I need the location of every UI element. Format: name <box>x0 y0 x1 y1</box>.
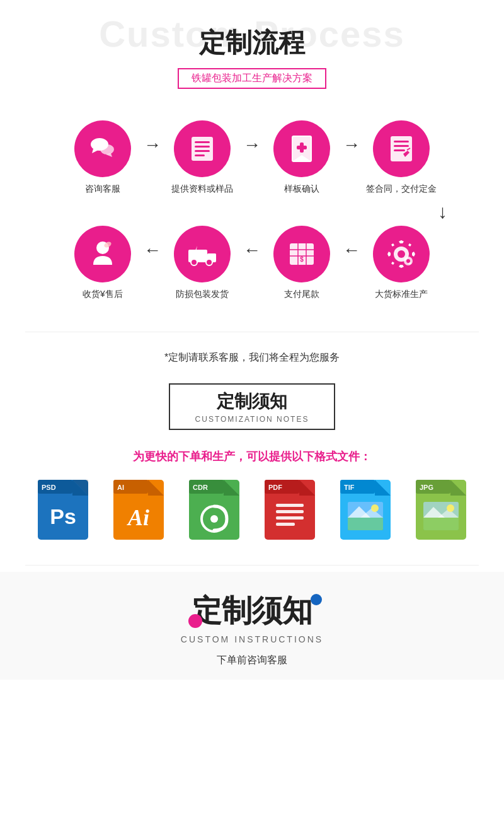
file-shape-pdf: PDF <box>265 480 315 540</box>
list-icon <box>186 133 218 165</box>
arrow-4: ← <box>144 240 161 260</box>
svg-rect-16 <box>394 145 409 147</box>
process-label-production: 大货标准生产 <box>375 289 428 300</box>
chat-icon <box>87 133 118 165</box>
svg-rect-80 <box>423 518 459 530</box>
svg-rect-8 <box>195 154 205 156</box>
bottom-subtitle: CUSTOM INSTRUCTIONS <box>13 634 491 644</box>
process-circle-delivery <box>74 226 131 282</box>
header-subtitle-box: 铁罐包装加工生产解决方案 <box>178 68 326 89</box>
svg-rect-59 <box>276 510 304 513</box>
svg-rect-60 <box>276 516 304 520</box>
arrow-down: ↓ <box>438 201 447 223</box>
process-step-production: 大货标准生产 <box>364 226 439 300</box>
arrow-6: ← <box>343 240 360 260</box>
svg-point-81 <box>447 504 454 512</box>
svg-text:PSD: PSD <box>42 484 56 491</box>
svg-text:PDF: PDF <box>268 484 282 491</box>
process-circle-provide <box>174 120 231 177</box>
bottom-desc: 下单前咨询客服 <box>13 654 491 667</box>
process-step-sample: 样板确认 <box>264 120 340 195</box>
divider-1 <box>25 332 479 332</box>
custom-notes-subtitle: CUSTOMIZATION NOTES <box>195 415 309 424</box>
contract-icon <box>386 133 417 165</box>
file-formats-section: 为更快的下单和生产，可以提供以下格式文件： PSD Ps <box>0 443 504 559</box>
file-icon-jpg: JPG <box>410 480 472 540</box>
arrow-5: ← <box>243 240 261 260</box>
process-label-balance: 支付尾款 <box>284 289 319 300</box>
arrow-1: → <box>144 135 161 155</box>
svg-point-25 <box>191 259 197 265</box>
file-shape-tif: TIF <box>340 480 391 540</box>
bottom-title-wrapper: 定制须知 <box>192 591 312 631</box>
svg-rect-6 <box>195 146 210 148</box>
header-main-title: 定制流程 <box>13 25 491 61</box>
file-icon-tif: TIF <box>334 480 397 540</box>
process-circle-production <box>373 226 430 282</box>
process-row-2: 收货¥售后 ← <box>13 226 491 300</box>
note-text: *定制请联系客服，我们将全程为您服务 <box>164 352 340 363</box>
truck-icon <box>186 238 218 270</box>
gear-icon <box>386 238 417 270</box>
process-step-consult: 咨询客服 <box>65 120 140 195</box>
svg-rect-70 <box>348 518 383 530</box>
svg-text:JPG: JPG <box>420 484 433 491</box>
process-label-provide: 提供资料或样品 <box>171 183 233 195</box>
svg-point-2 <box>100 144 114 154</box>
divider-2 <box>25 565 479 566</box>
page-container: Custom Process 定制流程 铁罐包装加工生产解决方案 咨询客服 <box>0 0 504 680</box>
svg-text:Ps: Ps <box>50 504 76 528</box>
svg-point-34 <box>398 250 405 258</box>
arrow-3: → <box>343 135 360 155</box>
process-circle-consult <box>74 120 131 177</box>
file-icons-row: PSD Ps AI Ai <box>13 480 491 540</box>
file-formats-desc: 为更快的下单和生产，可以提供以下格式文件： <box>13 449 491 464</box>
process-label-packing: 防损包装发货 <box>176 289 229 300</box>
file-shape-ai: AI Ai <box>113 480 164 540</box>
process-step-delivery: 收货¥售后 <box>65 226 140 300</box>
process-row-1: 咨询客服 → 提供资料或样品 → <box>13 120 491 195</box>
bottom-section: 定制须知 CUSTOM INSTRUCTIONS 下单前咨询客服 <box>0 572 504 680</box>
file-icon-cdr: CDR <box>183 480 246 540</box>
process-label-sample: 样板确认 <box>284 183 319 195</box>
svg-rect-15 <box>394 141 409 142</box>
process-circle-sample <box>273 120 330 177</box>
file-shape-cdr: CDR <box>189 480 239 540</box>
svg-point-36 <box>406 259 410 263</box>
custom-notes-section: 定制须知 CUSTOMIZATION NOTES <box>0 371 504 443</box>
svg-text:TIF: TIF <box>344 484 355 491</box>
process-step-packing: 防损包装发货 <box>164 226 240 300</box>
svg-rect-13 <box>297 146 307 149</box>
arrow-down-container: ↓ <box>13 201 491 223</box>
note-section: *定制请联系客服，我们将全程为您服务 <box>0 339 504 371</box>
process-label-consult: 咨询客服 <box>85 183 120 195</box>
custom-notes-title: 定制须知 <box>195 390 309 414</box>
file-shape-psd: PSD Ps <box>38 480 88 540</box>
process-circle-packing <box>174 226 231 282</box>
file-icon-psd: PSD Ps <box>32 480 94 540</box>
process-step-balance: $ 支付尾款 <box>264 226 340 300</box>
svg-rect-61 <box>276 523 295 526</box>
bookmark-icon <box>286 133 318 165</box>
svg-rect-4 <box>192 137 213 161</box>
bottom-dot-blue <box>311 594 322 605</box>
svg-text:CDR: CDR <box>193 484 208 491</box>
arrow-2: → <box>243 135 261 155</box>
svg-text:AI: AI <box>117 484 124 491</box>
header-subtitle: 铁罐包装加工生产解决方案 <box>192 73 312 83</box>
svg-rect-23 <box>207 253 216 258</box>
process-step-contract: 签合同，交付定金 <box>364 120 439 195</box>
header-section: Custom Process 定制流程 铁罐包装加工生产解决方案 <box>0 0 504 102</box>
svg-text:$: $ <box>300 256 304 263</box>
svg-rect-17 <box>394 149 405 151</box>
custom-notes-box: 定制须知 CUSTOMIZATION NOTES <box>169 383 336 430</box>
process-circle-contract <box>373 120 430 177</box>
file-icon-ai: AI Ai <box>107 480 170 540</box>
svg-point-71 <box>371 504 379 512</box>
bottom-main-title: 定制须知 <box>192 591 312 631</box>
payment-icon: $ <box>286 238 318 270</box>
process-section: 咨询客服 → 提供资料或样品 → <box>0 102 504 325</box>
process-circle-balance: $ <box>273 226 330 282</box>
process-label-delivery: 收货¥售后 <box>83 289 123 300</box>
file-icon-pdf: PDF <box>258 480 321 540</box>
